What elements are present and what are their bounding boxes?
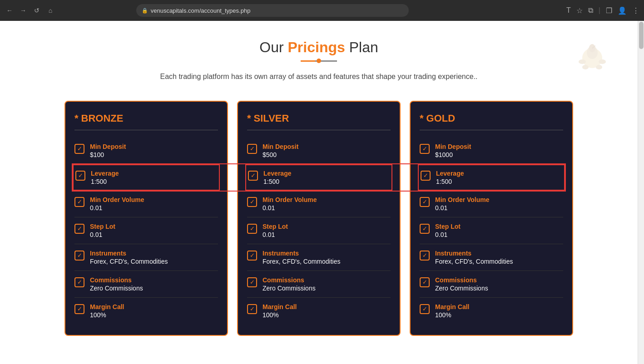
feature-value: 100%: [435, 311, 469, 319]
feature-content: Step Lot0.01: [435, 223, 461, 238]
menu-icon[interactable]: ⋮: [632, 6, 639, 15]
check-icon: ✓: [247, 224, 257, 234]
feature-value: 100%: [90, 311, 124, 319]
feature-row-step-lot: ✓Step Lot0.01: [74, 217, 218, 244]
check-icon: ✓: [420, 251, 430, 261]
check-icon: ✓: [74, 277, 84, 287]
feature-label: Margin Call: [435, 303, 469, 310]
feature-label: Min Deposit: [90, 143, 126, 150]
card-bronze-title: * BRONZE: [74, 113, 218, 124]
lock-icon: 🔒: [142, 8, 148, 14]
title-underline: [301, 60, 337, 62]
feature-label: Commissions: [435, 276, 488, 284]
star-icon[interactable]: ☆: [576, 6, 583, 15]
feature-row-step-lot: ✓Step Lot0.01: [420, 217, 563, 244]
feature-content: CommissionsZero Commissions: [263, 276, 316, 292]
feature-row-commissions: ✓CommissionsZero Commissions: [247, 271, 391, 298]
feature-label: Min Order Volume: [435, 196, 490, 203]
cards-container: * BRONZE✓Min Deposit$100✓Leverage1:500✓M…: [27, 101, 610, 336]
feature-label: Step Lot: [90, 223, 115, 230]
feature-content: Min Deposit$100: [90, 143, 126, 158]
forward-button[interactable]: →: [18, 5, 28, 15]
refresh-button[interactable]: ↺: [32, 5, 42, 15]
window-icon[interactable]: ❐: [606, 6, 612, 15]
feature-row-instruments: ✓InstrumentsForex, CFD's, Commodities: [420, 244, 563, 271]
check-icon: ✓: [421, 171, 431, 181]
check-icon: ✓: [247, 277, 257, 287]
decorative-image: [574, 39, 610, 75]
scrollbar-thumb[interactable]: [639, 22, 644, 49]
feature-row-instruments: ✓InstrumentsForex, CFD's, Commodities: [247, 244, 391, 271]
card-divider: [420, 130, 563, 130]
feature-value: Forex, CFD's, Commodities: [263, 258, 340, 265]
feature-label: Min Deposit: [263, 143, 298, 150]
check-icon: ✓: [420, 197, 430, 207]
feature-row-commissions: ✓CommissionsZero Commissions: [74, 271, 218, 298]
feature-value: Zero Commissions: [435, 285, 488, 292]
feature-value: $500: [263, 151, 298, 158]
page-header: Our Pricings Plan Each trading platform …: [27, 39, 610, 83]
feature-row-margin-call: ✓Margin Call100%: [420, 298, 563, 324]
feature-row-leverage: ✓Leverage1:500: [418, 164, 565, 191]
scrollbar[interactable]: [638, 21, 644, 364]
back-button[interactable]: ←: [5, 5, 15, 15]
check-icon: ✓: [247, 304, 257, 314]
feature-label: Min Deposit: [435, 143, 471, 150]
feature-label: Commissions: [263, 276, 316, 284]
feature-value: Forex, CFD's, Commodities: [435, 258, 513, 265]
check-icon: ✓: [75, 171, 85, 181]
svg-point-4: [582, 65, 589, 69]
feature-content: InstrumentsForex, CFD's, Commodities: [435, 250, 513, 265]
feature-label: Commissions: [90, 276, 143, 284]
feature-label: Instruments: [263, 250, 340, 257]
svg-point-5: [596, 65, 602, 69]
feature-row-leverage: ✓Leverage1:500: [73, 164, 220, 191]
svg-point-2: [579, 59, 586, 64]
feature-content: CommissionsZero Commissions: [435, 276, 488, 292]
check-icon: ✓: [247, 251, 257, 261]
page-title: Our Pricings Plan: [27, 39, 610, 56]
address-bar[interactable]: 🔒 venuscapitals.com/account_types.php: [136, 4, 409, 17]
feature-content: Min Order Volume0.01: [263, 196, 317, 212]
feature-row-margin-call: ✓Margin Call100%: [247, 298, 391, 324]
feature-row-min-deposit: ✓Min Deposit$100: [74, 138, 218, 164]
feature-value: $100: [90, 151, 126, 158]
puzzle-icon[interactable]: ⧉: [588, 6, 593, 15]
feature-content: InstrumentsForex, CFD's, Commodities: [263, 250, 340, 265]
feature-value: 100%: [263, 311, 297, 319]
check-icon: ✓: [74, 197, 84, 207]
check-icon: ✓: [247, 144, 257, 154]
feature-value: $1000: [435, 151, 471, 158]
feature-content: Min Deposit$500: [263, 143, 298, 158]
feature-content: Margin Call100%: [90, 303, 124, 319]
check-icon: ✓: [74, 304, 84, 314]
profile-icon[interactable]: 👤: [618, 6, 627, 15]
feature-row-step-lot: ✓Step Lot0.01: [247, 217, 391, 244]
feature-value: 0.01: [90, 204, 144, 212]
svg-point-3: [599, 59, 606, 64]
browser-right-icons: T ☆ ⧉ | ❐ 👤 ⋮: [566, 6, 639, 15]
feature-label: Min Order Volume: [90, 196, 144, 203]
feature-content: Min Order Volume0.01: [435, 196, 490, 212]
feature-label: Margin Call: [90, 303, 124, 310]
card-silver: * SILVER✓Min Deposit$500✓Leverage1:500✓M…: [237, 101, 401, 336]
feature-content: Leverage1:500: [91, 170, 119, 185]
check-icon: ✓: [74, 224, 84, 234]
page-subtitle: Each trading platform has its own array …: [160, 71, 478, 83]
feature-content: Margin Call100%: [435, 303, 469, 319]
feature-content: Step Lot0.01: [90, 223, 115, 238]
home-button[interactable]: ⌂: [45, 5, 55, 15]
feature-row-leverage: ✓Leverage1:500: [245, 164, 392, 191]
card-gold-title: * GOLD: [420, 113, 563, 124]
check-icon: ✓: [420, 304, 430, 314]
feature-row-instruments: ✓InstrumentsForex, CFD's, Commodities: [74, 244, 218, 271]
card-silver-title: * SILVER: [247, 113, 391, 124]
check-icon: ✓: [420, 277, 430, 287]
feature-content: Min Deposit$1000: [435, 143, 471, 158]
check-icon: ✓: [74, 251, 84, 261]
feature-label: Margin Call: [263, 303, 297, 310]
feature-row-min-deposit: ✓Min Deposit$500: [247, 138, 391, 164]
translate-icon[interactable]: T: [566, 6, 571, 15]
feature-row-min-order-volume: ✓Min Order Volume0.01: [74, 191, 218, 217]
feature-content: Min Order Volume0.01: [90, 196, 144, 212]
